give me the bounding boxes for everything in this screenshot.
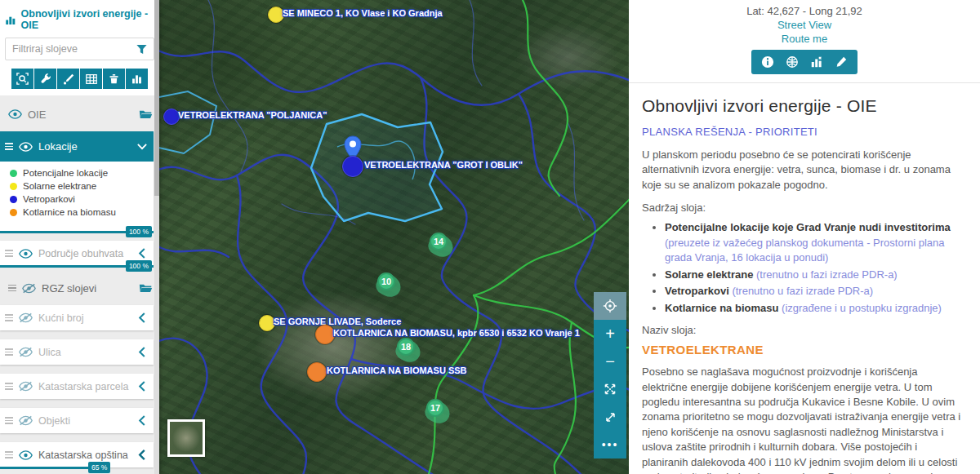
map-marker-solar-mineco[interactable] bbox=[268, 7, 284, 23]
map-marker-wind-poljanica[interactable] bbox=[163, 109, 180, 125]
item-link-text[interactable]: (izgrađene i u postupku izgradnje) bbox=[782, 302, 942, 314]
drag-handle-icon[interactable] bbox=[5, 451, 13, 458]
article-title: Obnovljivi izvori energije - OIE bbox=[642, 96, 965, 116]
open-folder-icon[interactable] bbox=[139, 109, 153, 120]
layer-settings-button[interactable] bbox=[34, 69, 56, 89]
sidebar-title: Obnovljivi izvori energije - OIE bbox=[21, 8, 154, 31]
map-marker-solar-gornje-livade[interactable] bbox=[259, 315, 275, 331]
potential-location-badge[interactable]: 14 bbox=[430, 233, 448, 250]
route-me-link[interactable]: Route me bbox=[629, 33, 980, 45]
chart-icon[interactable] bbox=[810, 55, 823, 69]
eye-icon[interactable] bbox=[19, 450, 33, 460]
map-marker-label[interactable]: VETROELEKTRANA "POLJANICA" bbox=[178, 110, 327, 120]
layer-tree: OIE Lokacije Potencijalne lokacije Solar… bbox=[0, 95, 159, 474]
group-oie[interactable]: OIE bbox=[0, 102, 159, 126]
map-canvas[interactable]: SE MINECO 1, KO Vlase i KO Gradnja VETRO… bbox=[159, 0, 629, 474]
sidebar-scrollbar[interactable] bbox=[154, 0, 159, 474]
map-marker-biomass-1[interactable] bbox=[315, 325, 335, 344]
map-marker-wind-grot[interactable] bbox=[342, 156, 363, 177]
layer-objekti[interactable]: Objekti bbox=[0, 408, 154, 433]
layer-katastarska-opstina[interactable]: Katastarska opština bbox=[0, 442, 154, 467]
attribute-table-button[interactable] bbox=[80, 69, 102, 89]
legend-swatch-blue bbox=[10, 196, 17, 203]
info-icon[interactable] bbox=[761, 55, 774, 69]
trash-button[interactable] bbox=[103, 69, 125, 89]
layer-filter-input[interactable] bbox=[12, 43, 132, 55]
eye-slash-icon[interactable] bbox=[19, 347, 33, 357]
drag-handle-icon[interactable] bbox=[5, 417, 13, 424]
more-options-button[interactable]: ••• bbox=[594, 431, 626, 458]
eye-icon[interactable] bbox=[19, 142, 33, 152]
layer-legend: Potencijalne lokacije Solarne elektrane … bbox=[0, 162, 154, 232]
open-folder-icon[interactable] bbox=[139, 282, 153, 294]
chevron-down-icon[interactable] bbox=[137, 143, 147, 150]
widget-chart-button[interactable] bbox=[126, 69, 148, 89]
scrollbar-thumb[interactable] bbox=[154, 0, 159, 196]
resize-diagonal-button[interactable] bbox=[594, 403, 626, 431]
zoom-extent-button[interactable] bbox=[594, 375, 626, 403]
street-view-globe-icon[interactable] bbox=[786, 55, 799, 69]
chevron-left-icon[interactable] bbox=[137, 381, 147, 392]
eye-slash-icon[interactable] bbox=[19, 381, 33, 392]
eye-slash-icon[interactable] bbox=[22, 283, 36, 294]
legend-item: Solarne elektrane bbox=[10, 181, 145, 191]
drag-handle-icon[interactable] bbox=[5, 250, 13, 257]
drag-handle-icon[interactable] bbox=[8, 285, 16, 292]
zoom-to-layers-button[interactable] bbox=[11, 69, 33, 89]
drag-handle-icon[interactable] bbox=[5, 348, 13, 356]
style-brush-button[interactable] bbox=[57, 69, 79, 89]
potential-location-badge[interactable]: 17 bbox=[426, 399, 444, 417]
legend-swatch-yellow bbox=[10, 183, 17, 190]
chevron-left-icon[interactable] bbox=[137, 248, 147, 259]
chevron-left-icon[interactable] bbox=[137, 450, 147, 460]
map-marker-label[interactable]: KOTLARNICA NA BIOMASU SSB bbox=[327, 365, 467, 375]
locate-target-button[interactable] bbox=[594, 292, 626, 320]
drag-handle-icon[interactable] bbox=[5, 314, 13, 321]
eye-slash-icon[interactable] bbox=[19, 415, 33, 426]
eye-icon[interactable] bbox=[8, 109, 22, 119]
planska-resenja-link[interactable]: PLANSKA REŠENJA - PRIORITETI bbox=[642, 126, 965, 138]
map-marker-label[interactable]: SE MINECO 1, KO Vlase i KO Gradnja bbox=[283, 8, 443, 18]
filter-funnel-icon[interactable] bbox=[136, 43, 148, 55]
pencil-edit-icon[interactable] bbox=[835, 55, 848, 69]
legend-item: Potencijalne lokacije bbox=[10, 168, 145, 178]
layer-kucni-broj[interactable]: Kućni broj bbox=[0, 305, 154, 330]
drag-handle-icon[interactable] bbox=[5, 143, 13, 150]
layer-lokacije[interactable]: Lokacije bbox=[0, 131, 154, 162]
opacity-badge[interactable]: 100 % bbox=[126, 260, 152, 272]
map-marker-label[interactable]: SE GORNJE LIVADE, Soderce bbox=[274, 317, 401, 326]
layer-katastarska-parcela[interactable]: Katastarska parcela bbox=[0, 374, 154, 399]
layer-ulica[interactable]: Ulica bbox=[0, 339, 154, 365]
opacity-badge[interactable]: 100 % bbox=[126, 226, 152, 237]
sidebar-top: Obnovljivi izvori energije - OIE bbox=[0, 0, 159, 95]
chevron-left-icon[interactable] bbox=[137, 415, 147, 426]
item-link-text[interactable]: (trenutno u fazi izrade PDR-a) bbox=[756, 268, 898, 281]
legend-label: Potencijalne lokacije bbox=[23, 168, 108, 178]
group-rgz-slojevi[interactable]: RGZ slojevi bbox=[0, 276, 159, 300]
info-panel-header: Lat: 42,627 - Long 21,92 Street View Rou… bbox=[629, 0, 980, 83]
map-toolbar: + − ••• bbox=[594, 292, 626, 458]
street-view-link[interactable]: Street View bbox=[629, 19, 980, 31]
map-marker-label[interactable]: VETROELEKTRANA "GROT I OBLIK" bbox=[364, 160, 523, 170]
zoom-out-button[interactable]: − bbox=[594, 348, 626, 375]
chevron-left-icon[interactable] bbox=[137, 347, 147, 357]
drag-handle-icon[interactable] bbox=[5, 383, 13, 390]
map-marker-biomass-ssb[interactable] bbox=[307, 362, 327, 382]
opacity-slider[interactable]: 100 % bbox=[0, 231, 154, 233]
zoom-in-button[interactable]: + bbox=[594, 320, 626, 348]
legend-item: Vetroparkovi bbox=[10, 194, 145, 204]
eye-icon[interactable] bbox=[19, 249, 33, 259]
potential-location-badge[interactable]: 18 bbox=[397, 338, 415, 356]
chevron-left-icon[interactable] bbox=[137, 312, 147, 323]
item-link-text[interactable]: (trenutno u fazi izrade PDR-a) bbox=[732, 285, 873, 297]
app-window: Obnovljivi izvori energije - OIE OIE bbox=[0, 0, 980, 474]
opacity-badge[interactable]: 65 % bbox=[88, 462, 110, 473]
opacity-slider[interactable]: 65 % bbox=[0, 467, 154, 469]
item-link-text[interactable]: (preuzete iz važećeg planskog dokumenta … bbox=[665, 237, 945, 264]
map-marker-label[interactable]: KOTLARNICA NA BIOMASU, kpbr 6530 i 6532 … bbox=[333, 328, 580, 338]
overview-inset-map[interactable] bbox=[167, 419, 205, 457]
list-item: Potencijalne lokacije koje Grad Vranje n… bbox=[665, 220, 965, 265]
eye-slash-icon[interactable] bbox=[19, 312, 33, 323]
opacity-slider[interactable]: 100 % bbox=[0, 265, 154, 268]
potential-location-badge[interactable]: 10 bbox=[377, 272, 395, 290]
